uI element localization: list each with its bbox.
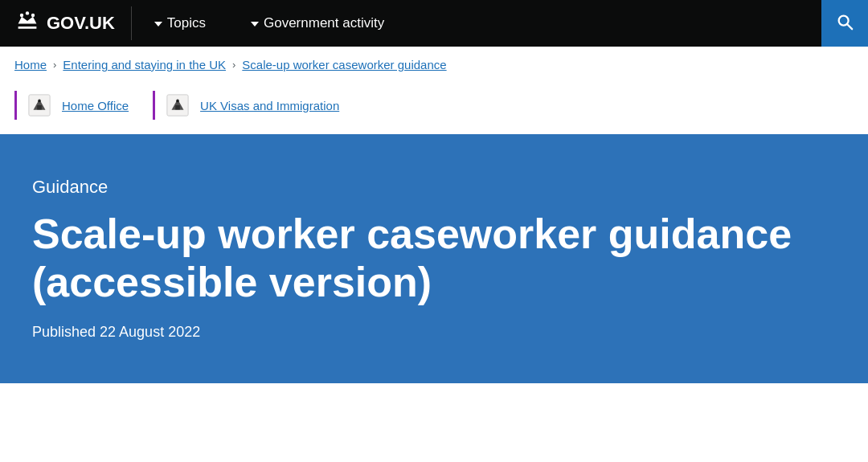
publisher-ukvi: UK Visas and Immigration — [153, 91, 339, 120]
search-button[interactable] — [821, 0, 868, 47]
page-title: Scale-up worker caseworker guidance (acc… — [32, 211, 796, 307]
breadcrumb-home[interactable]: Home — [14, 58, 47, 72]
gov-activity-label: Government activity — [264, 15, 384, 31]
svg-point-1 — [26, 11, 29, 14]
breadcrumb-level3[interactable]: Scale-up worker caseworker guidance — [242, 58, 446, 72]
chevron-down-icon — [251, 22, 259, 27]
svg-rect-6 — [37, 105, 42, 110]
publishers-section: Home Office UK Visas and Immigration — [0, 83, 868, 134]
gov-activity-nav-item[interactable]: Government activity — [228, 0, 407, 47]
main-nav: Topics Government activity — [132, 0, 821, 47]
topics-label: Topics — [167, 15, 206, 31]
breadcrumb-level2[interactable]: Entering and staying in the UK — [63, 58, 226, 72]
chevron-down-icon — [154, 22, 162, 27]
ukvi-link[interactable]: UK Visas and Immigration — [200, 99, 339, 112]
breadcrumb: Home › Entering and staying in the UK › … — [0, 47, 868, 83]
logo-text: GOV.UK — [47, 13, 115, 34]
svg-point-2 — [31, 14, 35, 17]
published-date: Published 22 August 2022 — [32, 324, 836, 341]
breadcrumb-separator: › — [232, 59, 235, 71]
hero-tag: Guidance — [32, 177, 836, 198]
hero-banner: Guidance Scale-up worker caseworker guid… — [0, 134, 868, 383]
home-office-link[interactable]: Home Office — [62, 99, 129, 112]
svg-line-4 — [847, 24, 852, 29]
publisher-home-office: Home Office — [14, 91, 129, 120]
home-office-logo — [25, 91, 54, 120]
svg-point-10 — [176, 100, 179, 103]
topics-nav-item[interactable]: Topics — [132, 0, 228, 47]
breadcrumb-separator: › — [53, 59, 56, 71]
svg-rect-9 — [175, 105, 180, 110]
site-header: GOV.UK Topics Government activity — [0, 0, 868, 47]
site-logo[interactable]: GOV.UK — [0, 0, 131, 47]
ukvi-logo — [163, 91, 192, 120]
svg-point-7 — [38, 100, 41, 103]
crown-icon — [16, 10, 39, 37]
svg-point-0 — [20, 14, 23, 17]
search-icon — [836, 13, 854, 35]
